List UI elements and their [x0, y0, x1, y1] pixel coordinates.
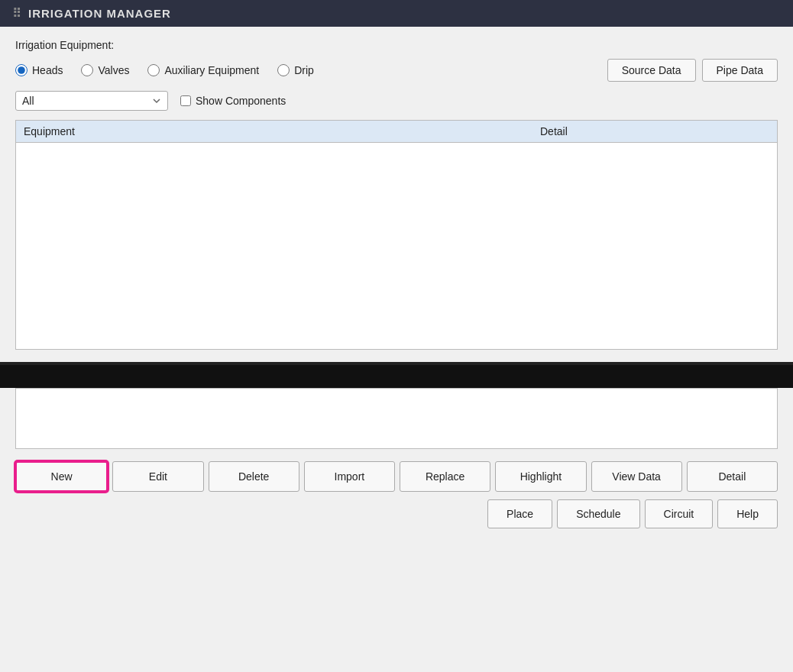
filter-select[interactable]: All [15, 91, 168, 111]
source-data-button[interactable]: Source Data [607, 59, 696, 82]
radio-valves-label: Valves [98, 64, 129, 76]
circuit-button[interactable]: Circuit [645, 499, 714, 528]
radio-drip[interactable]: Drip [277, 64, 314, 76]
detail-button[interactable]: Detail [687, 461, 778, 492]
top-buttons: Source Data Pipe Data [607, 59, 778, 82]
action-buttons-row: New Edit Delete Import Replace Highlight… [15, 461, 778, 492]
irrigation-label: Irrigation Equipment: [15, 39, 778, 51]
pipe-data-button[interactable]: Pipe Data [702, 59, 778, 82]
edit-button[interactable]: Edit [112, 461, 203, 492]
view-data-button[interactable]: View Data [591, 461, 682, 492]
app-title: IRRIGATION MANAGER [28, 7, 171, 20]
bottom-content-area [15, 388, 778, 449]
radio-heads-label: Heads [32, 64, 63, 76]
place-button[interactable]: Place [487, 499, 552, 528]
col-detail-header: Detail [540, 125, 769, 137]
radio-heads[interactable]: Heads [15, 64, 63, 76]
top-panel: Irrigation Equipment: Heads Valves Auxil… [0, 27, 793, 365]
col-equipment-header: Equipment [24, 125, 540, 137]
panel-separator [0, 365, 793, 388]
title-bar: ⠿ IRRIGATION MANAGER [0, 0, 793, 27]
table-body [16, 143, 777, 349]
drag-handle-icon: ⠿ [12, 6, 22, 21]
radio-auxiliary-label: Auxiliary Equipment [164, 64, 259, 76]
radio-drip-label: Drip [294, 64, 314, 76]
radio-drip-input[interactable] [277, 64, 290, 76]
replace-button[interactable]: Replace [400, 461, 490, 492]
schedule-button[interactable]: Schedule [557, 499, 639, 528]
radio-valves[interactable]: Valves [81, 64, 129, 76]
show-components-group[interactable]: Show Components [180, 95, 286, 107]
secondary-buttons-row: Place Schedule Circuit Help [15, 499, 778, 528]
bottom-panel: New Edit Delete Import Replace Highlight… [0, 388, 793, 672]
show-components-checkbox[interactable] [180, 95, 191, 106]
filter-row: All Show Components [15, 91, 778, 111]
radio-row: Heads Valves Auxiliary Equipment Drip So… [15, 59, 778, 82]
import-button[interactable]: Import [304, 461, 395, 492]
equipment-table: Equipment Detail [15, 120, 778, 350]
table-header: Equipment Detail [16, 121, 777, 143]
help-button[interactable]: Help [717, 499, 778, 528]
highlight-button[interactable]: Highlight [495, 461, 586, 492]
radio-heads-input[interactable] [15, 64, 28, 76]
show-components-label: Show Components [196, 95, 286, 107]
radio-valves-input[interactable] [81, 64, 93, 76]
new-button[interactable]: New [15, 461, 108, 492]
delete-button[interactable]: Delete [209, 461, 299, 492]
radio-auxiliary[interactable]: Auxiliary Equipment [147, 64, 259, 76]
radio-auxiliary-input[interactable] [147, 64, 160, 76]
